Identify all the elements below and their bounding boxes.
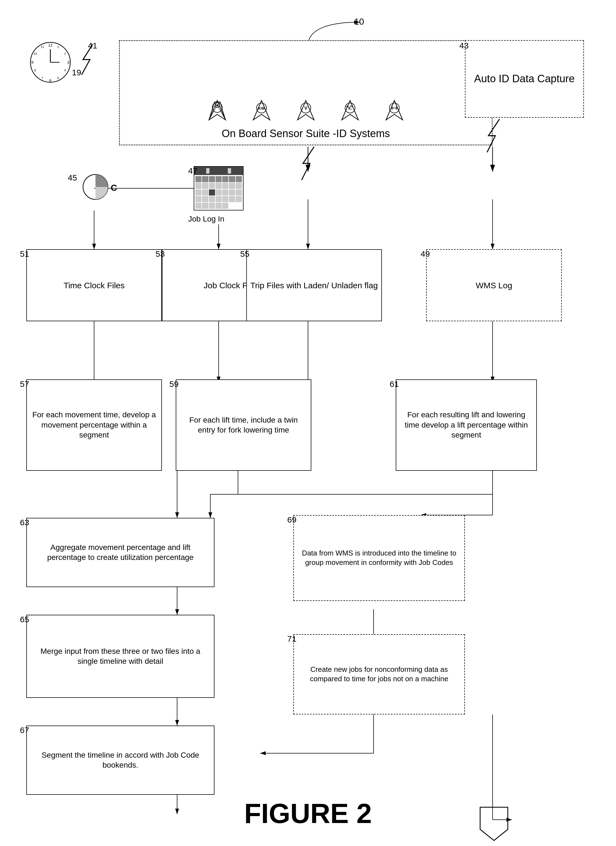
ref-71: 71 xyxy=(287,634,296,644)
ref-53: 53 xyxy=(155,249,165,259)
ref-51: 51 xyxy=(20,249,29,259)
lightning-left xyxy=(76,43,98,77)
ref-55: 55 xyxy=(240,249,249,259)
sensor-icon-v: V xyxy=(296,99,315,121)
pie-chart-icon xyxy=(82,173,109,201)
sensor-suite-box: KW V xyxy=(119,40,493,146)
svg-marker-46 xyxy=(342,100,358,120)
svg-text:8: 8 xyxy=(34,69,36,72)
sensor-icon-double xyxy=(385,99,404,121)
ref-59: 59 xyxy=(169,380,179,389)
svg-marker-39 xyxy=(216,103,219,107)
box-63: Aggregate movement percentage and lift p… xyxy=(26,518,214,587)
svg-text:12: 12 xyxy=(48,43,53,47)
svg-text:9: 9 xyxy=(31,60,34,65)
lightning-center xyxy=(295,146,323,182)
svg-text:6: 6 xyxy=(49,78,51,83)
ref-61: 61 xyxy=(390,380,399,389)
box-59: For each lift time, include a twin entry… xyxy=(176,380,311,471)
sensor-icon-kw: KW xyxy=(252,99,271,121)
svg-text:7: 7 xyxy=(41,77,43,80)
trip-files-box: Trip Files with Laden/ Unladen flag xyxy=(246,249,382,321)
figure-label: FIGURE 2 xyxy=(0,797,616,829)
svg-text:2: 2 xyxy=(64,52,66,55)
svg-text:5: 5 xyxy=(57,77,59,80)
clock-face: 12 3 6 9 1 2 4 5 7 8 10 11 xyxy=(29,41,72,84)
calendar-icon xyxy=(194,166,243,210)
ref-67: 67 xyxy=(20,725,29,735)
box-67: Segment the timeline in accord with Job … xyxy=(26,725,214,795)
ref-43: 43 xyxy=(459,41,468,50)
box-69: Data from WMS is introduced into the tim… xyxy=(293,515,465,601)
ref-69: 69 xyxy=(287,515,296,524)
ref-10: 10 xyxy=(354,17,364,27)
ref-65: 65 xyxy=(20,615,29,624)
sensor-suite-label: On Board Sensor Suite -ID Systems xyxy=(221,127,390,140)
lightning-right xyxy=(480,118,508,155)
svg-text:KW: KW xyxy=(258,106,265,110)
sensor-icon-1 xyxy=(208,99,227,121)
svg-text:10: 10 xyxy=(34,52,37,55)
svg-text:1: 1 xyxy=(57,45,59,49)
diagram-container: 10 xyxy=(0,0,616,846)
job-log-in-label: Job Log In xyxy=(188,215,224,224)
box-65: Merge input from these three or two file… xyxy=(26,615,214,698)
time-clock-files-box: Time Clock Files xyxy=(26,249,162,321)
box-71: Create new jobs for nonconforming data a… xyxy=(293,634,465,715)
box-57: For each movement time, develop a moveme… xyxy=(26,380,162,471)
c-label: C xyxy=(111,183,117,193)
ref-57: 57 xyxy=(20,380,29,389)
ref-45: 45 xyxy=(68,173,77,182)
svg-text:4: 4 xyxy=(64,69,66,72)
svg-text:11: 11 xyxy=(41,45,44,49)
box-61: For each resulting lift and lowering tim… xyxy=(396,380,537,471)
sensor-icon-zigzag xyxy=(340,99,360,121)
ref-63: 63 xyxy=(20,518,29,527)
ref-47: 47 xyxy=(188,166,197,175)
ref-49: 49 xyxy=(421,249,430,259)
svg-marker-49 xyxy=(386,100,403,120)
svg-text:V: V xyxy=(304,106,308,110)
wms-log-box: WMS Log xyxy=(426,249,562,321)
auto-id-box: Auto ID Data Capture xyxy=(465,40,584,118)
svg-text:3: 3 xyxy=(67,60,69,65)
